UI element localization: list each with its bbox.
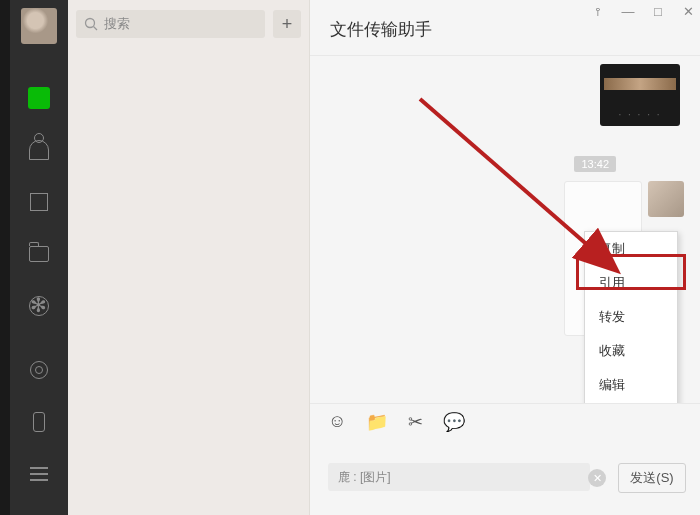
user-avatar[interactable] (21, 8, 57, 44)
window-controls: ⫯ — □ ✕ (590, 4, 696, 19)
chat-icon[interactable] (28, 87, 50, 109)
search-placeholder: 搜索 (104, 15, 130, 33)
screenshot-icon[interactable]: ✂ (408, 411, 423, 433)
file-icon[interactable]: 📁 (366, 411, 388, 433)
contacts-icon[interactable] (28, 139, 50, 161)
minimize-icon[interactable]: — (620, 4, 636, 19)
sidebar (10, 0, 68, 515)
menu-icon[interactable] (28, 463, 50, 485)
add-button[interactable]: + (273, 10, 301, 38)
menu-quote[interactable]: 引用 (585, 266, 677, 300)
quote-close-icon[interactable]: ✕ (588, 469, 606, 487)
input-area[interactable]: 鹿 : [图片] ✕ 发送(S) (310, 439, 700, 515)
svg-line-1 (94, 27, 98, 31)
message-area: 13:42 复制 引用 转发 收藏 编辑 多选 另存为... 删除 (310, 56, 700, 403)
history-icon[interactable]: 💬 (443, 411, 465, 433)
svg-point-0 (86, 19, 95, 28)
quote-bar: 鹿 : [图片] (328, 463, 590, 491)
message-image-1[interactable] (600, 64, 680, 126)
favorites-icon[interactable] (28, 191, 50, 213)
context-menu: 复制 引用 转发 收藏 编辑 多选 另存为... 删除 (584, 231, 678, 403)
conversation-list-pane: 搜索 + (68, 0, 310, 515)
search-input[interactable]: 搜索 (76, 10, 265, 38)
quote-text: 鹿 : [图片] (338, 469, 391, 486)
menu-favorite[interactable]: 收藏 (585, 334, 677, 368)
close-icon[interactable]: ✕ (680, 4, 696, 19)
window-edge (0, 0, 10, 515)
menu-copy[interactable]: 复制 (585, 232, 677, 266)
phone-icon[interactable] (28, 411, 50, 433)
menu-forward[interactable]: 转发 (585, 300, 677, 334)
timestamp: 13:42 (574, 156, 616, 172)
input-toolbar: ☺ 📁 ✂ 💬 (310, 403, 700, 439)
menu-edit[interactable]: 编辑 (585, 368, 677, 402)
files-icon[interactable] (28, 243, 50, 265)
miniprogram-icon[interactable] (28, 359, 50, 381)
pin-icon[interactable]: ⫯ (590, 4, 606, 19)
sender-avatar[interactable] (648, 181, 684, 217)
chat-pane: ⫯ — □ ✕ 文件传输助手 13:42 复制 引用 转发 收藏 编辑 多选 另… (310, 0, 700, 515)
moments-icon[interactable] (28, 295, 50, 317)
search-icon (84, 17, 98, 31)
maximize-icon[interactable]: □ (650, 4, 666, 19)
menu-multiselect[interactable]: 多选 (585, 402, 677, 403)
send-button[interactable]: 发送(S) (618, 463, 686, 493)
emoji-icon[interactable]: ☺ (328, 411, 346, 432)
